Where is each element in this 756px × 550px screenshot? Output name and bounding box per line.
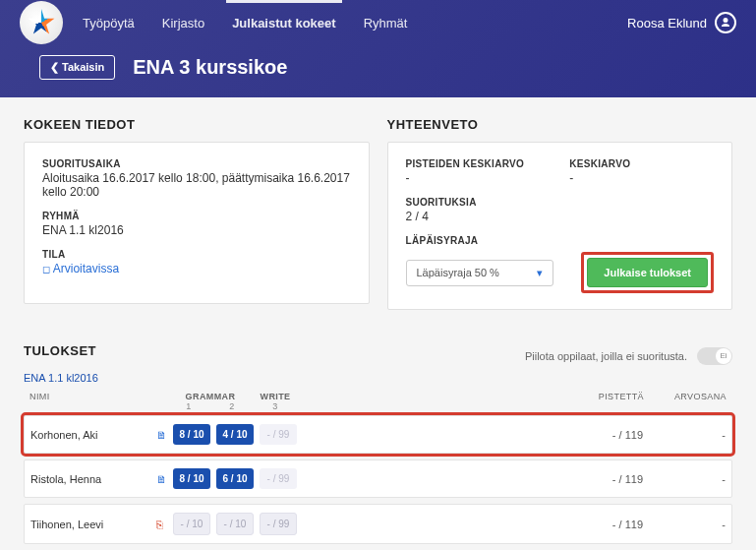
user-menu[interactable]: Roosa Eklund [627,12,736,33]
col-grade: ARVOSANA [673,392,727,411]
app-header: TyöpöytäKirjastoJulkaistut kokeetRyhmät … [0,0,756,97]
back-button[interactable]: ❮ Takaisin [39,55,115,80]
pass-select[interactable]: Läpäisyraja 50 % ▾ [406,260,553,286]
col-task-2: 2 [210,401,254,411]
results-table: NIMI GRAMMAR WRITE 1 2 3 PISTETTÄ ARVOSA… [24,392,732,550]
hide-toggle-label: Piilota oppilaat, joilla ei suoritusta. [525,350,687,362]
nav-tab-kirjasto[interactable]: Kirjasto [162,2,204,44]
col-group-write: WRITE [254,392,297,401]
summary-heading: YHTEENVETO [387,117,733,132]
nav-tab-ryhmät[interactable]: Ryhmät [364,2,408,44]
exit-icon: ⎘ [156,519,170,530]
avg-label: KESKIARVO [569,158,714,169]
avg-pts-value: - [406,171,551,185]
row-grade: - [672,473,726,485]
results-group: ENA 1.1 kl2016 [24,372,732,384]
student-name: Ristola, Henna [30,473,156,485]
pass-label: LÄPÄISYRAJA [406,235,715,246]
col-points: PISTETTÄ [591,392,644,411]
student-name: Korhonen, Aki [30,429,156,441]
chevron-down-icon: ▾ [537,267,543,279]
score-pill[interactable]: - / 10 [173,513,210,535]
user-name: Roosa Eklund [627,16,707,31]
score-pill[interactable]: 4 / 10 [216,424,254,445]
details-card: SUORITUSAIKA Aloitusaika 16.6.2017 kello… [24,142,370,304]
avg-value: - [569,171,714,185]
publish-highlight: Julkaise tulokset [581,252,714,293]
status-label: TILA [42,249,351,260]
group-value: ENA 1.1 kl2016 [42,223,351,237]
toggle-knob: Ei [716,348,731,364]
score-pill[interactable]: - / 99 [260,513,297,535]
row-grade: - [672,429,726,441]
row-points: - / 119 [590,473,643,485]
count-label: SUORITUKSIA [406,197,715,208]
hide-toggle[interactable]: Ei [697,347,732,365]
table-row[interactable]: Korhonen, Aki🗎8 / 104 / 10- / 99- / 119- [24,415,732,454]
score-pill[interactable]: 8 / 10 [173,468,210,489]
row-points: - / 119 [590,429,643,441]
avg-pts-label: PISTEIDEN KESKIARVO [406,158,551,169]
col-name: NIMI [29,392,167,411]
page-title: ENA 3 kurssikoe [133,56,287,79]
doc-icon: 🗎 [156,473,170,485]
score-pill[interactable]: - / 99 [260,424,297,445]
time-label: SUORITUSAIKA [42,158,351,169]
table-header: NIMI GRAMMAR WRITE 1 2 3 PISTETTÄ ARVOSA… [24,392,732,415]
score-pill[interactable]: - / 10 [216,513,254,535]
score-pill[interactable]: 6 / 10 [216,468,254,489]
time-value: Aloitusaika 16.6.2017 kello 18:00, päätt… [42,171,351,199]
details-heading: KOKEEN TIEDOT [24,117,370,132]
score-pill[interactable]: 8 / 10 [173,424,210,445]
user-icon [715,12,736,33]
summary-card: PISTEIDEN KESKIARVO - KESKIARVO - SUORIT… [387,142,733,310]
nav-tab-työpöytä[interactable]: Työpöytä [83,2,135,44]
page-content: KOKEEN TIEDOT SUORITUSAIKA Aloitusaika 1… [0,97,756,550]
row-grade: - [672,519,726,530]
app-logo-icon [20,1,63,44]
table-row[interactable]: Tiihonen, Leevi⎘- / 10- / 10- / 99- / 11… [24,504,732,544]
nav-tabs: TyöpöytäKirjastoJulkaistut kokeetRyhmät [83,2,407,44]
table-row[interactable]: Ristola, Henna🗎8 / 106 / 10- / 99- / 119… [24,459,732,498]
results-heading: TULOKSET [24,343,96,358]
student-name: Tiihonen, Leevi [30,519,156,530]
col-task-1: 1 [167,401,210,411]
publish-button[interactable]: Julkaise tulokset [587,258,708,287]
navbar: TyöpöytäKirjastoJulkaistut kokeetRyhmät … [0,0,756,45]
col-task-3: 3 [254,401,297,411]
group-label: RYHMÄ [42,211,351,221]
score-pill[interactable]: - / 99 [260,468,297,489]
doc-icon: 🗎 [156,429,170,441]
col-group-grammar: GRAMMAR [167,392,254,401]
subheader: ❮ Takaisin ENA 3 kurssikoe [0,45,756,97]
nav-tab-julkaistut kokeet[interactable]: Julkaistut kokeet [232,2,336,44]
row-points: - / 119 [590,519,643,530]
status-value: Arvioitavissa [42,262,351,275]
count-value: 2 / 4 [406,210,715,223]
